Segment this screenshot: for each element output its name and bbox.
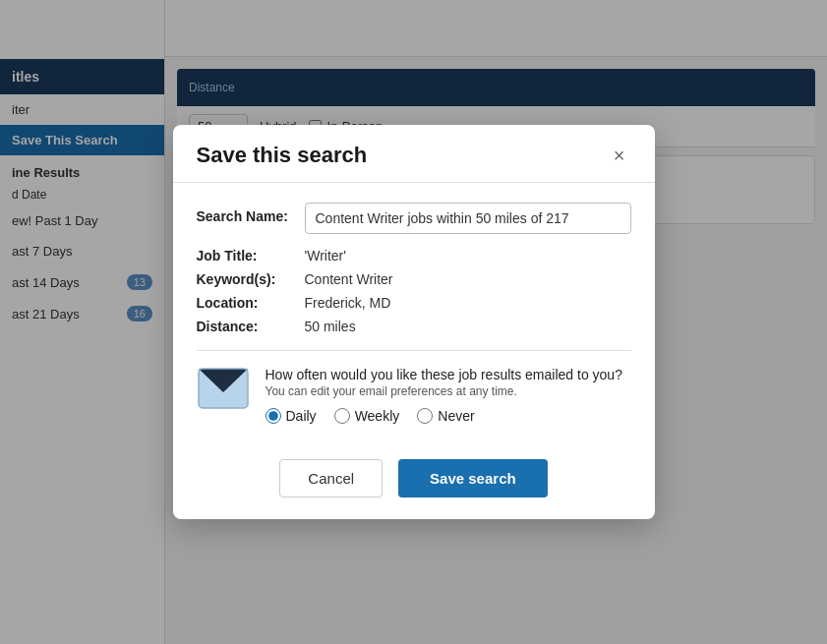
radio-group: Daily Weekly Never <box>266 408 631 424</box>
job-title-row: Job Title: 'Writer' <box>197 248 631 263</box>
location-row: Location: Frederick, MD <box>197 295 631 311</box>
email-note: You can edit your email preferences at a… <box>266 384 631 398</box>
email-section: How often would you like these job resul… <box>197 367 631 424</box>
modal-title: Save this search <box>197 143 368 168</box>
search-name-row: Search Name: <box>197 203 631 234</box>
modal-body: Search Name: Job Title: 'Writer' Keyword… <box>173 183 655 443</box>
radio-weekly-label[interactable]: Weekly <box>334 408 400 424</box>
radio-daily-label[interactable]: Daily <box>266 408 317 424</box>
save-search-button[interactable]: Save search <box>398 459 548 498</box>
radio-weekly[interactable] <box>334 408 350 424</box>
modal-divider <box>197 350 631 351</box>
radio-daily-text: Daily <box>286 408 317 424</box>
modal-footer: Cancel Save search <box>173 443 655 519</box>
envelope-icon <box>197 367 250 410</box>
keywords-value: Content Writer <box>305 271 393 287</box>
save-search-modal: Save this search × Search Name: Job Titl… <box>173 125 655 519</box>
modal-header: Save this search × <box>173 125 655 183</box>
email-question: How often would you like these job resul… <box>266 367 631 382</box>
email-icon <box>197 367 250 410</box>
email-text-content: How often would you like these job resul… <box>266 367 631 424</box>
radio-never-text: Never <box>438 408 474 424</box>
distance-row: Distance: 50 miles <box>197 319 631 334</box>
radio-weekly-text: Weekly <box>355 408 400 424</box>
keywords-row: Keyword(s): Content Writer <box>197 271 631 287</box>
distance-label: Distance: <box>197 319 305 334</box>
cancel-button[interactable]: Cancel <box>279 459 383 498</box>
location-label: Location: <box>197 295 305 311</box>
keywords-label: Keyword(s): <box>197 271 305 287</box>
radio-daily[interactable] <box>266 408 281 424</box>
search-name-label: Search Name: <box>197 203 305 224</box>
modal-overlay: Save this search × Search Name: Job Titl… <box>0 0 827 644</box>
job-title-value: 'Writer' <box>305 248 346 263</box>
location-value: Frederick, MD <box>305 295 391 311</box>
radio-never[interactable] <box>417 408 433 424</box>
search-name-input[interactable] <box>305 203 631 234</box>
radio-never-label[interactable]: Never <box>417 408 474 424</box>
distance-value: 50 miles <box>305 319 356 334</box>
job-title-label: Job Title: <box>197 248 305 263</box>
modal-close-button[interactable]: × <box>608 144 631 167</box>
